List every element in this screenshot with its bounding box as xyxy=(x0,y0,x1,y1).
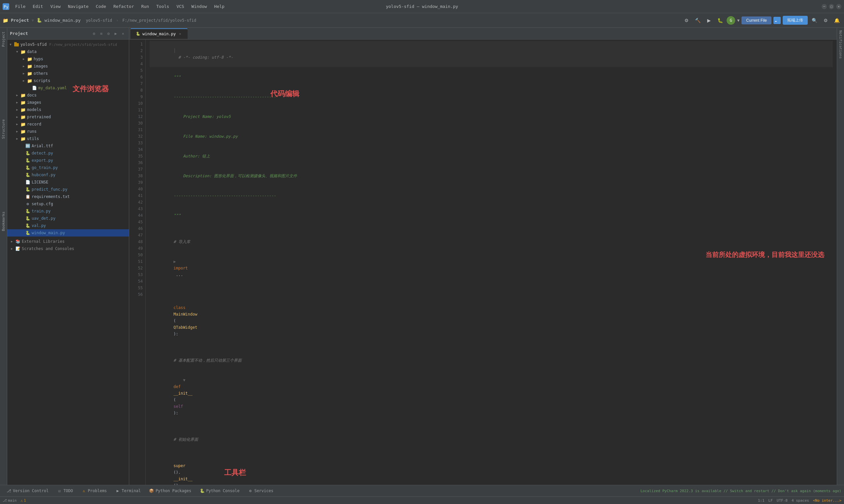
tree-folder-pretrained[interactable]: ▶ 📁 pretrained xyxy=(7,113,129,121)
tab-python-console[interactable]: 🐍 Python Console xyxy=(196,486,243,496)
svg-rect-3 xyxy=(14,43,19,47)
tree-folder-docs[interactable]: ▶ 📁 docs xyxy=(7,92,129,99)
tree-folder-runs[interactable]: ▶ 📁 runs xyxy=(7,128,129,135)
tab-todo[interactable]: ☑ TODO xyxy=(53,486,77,496)
maximize-button[interactable]: □ xyxy=(829,4,834,9)
tree-file-predictfunc[interactable]: ▶ 🐍 predict_func.py xyxy=(7,186,129,193)
tree-folder-images-data[interactable]: ▶ 📁 images xyxy=(7,62,129,70)
tree-folder-hyps[interactable]: ▶ 📁 hyps xyxy=(7,55,129,62)
code-line-35: # 初始化界面 xyxy=(150,423,833,449)
current-file-button[interactable]: Current File xyxy=(741,16,772,24)
tree-root[interactable]: ▼ yolov5-sfid F:/new_project/sfid/yolov5… xyxy=(7,41,129,48)
tab-python-packages[interactable]: 📦 Python Packages xyxy=(145,486,195,496)
menu-code[interactable]: Code xyxy=(93,3,109,10)
tab-python-console-label: Python Console xyxy=(206,488,239,493)
python-interpreter[interactable]: <No inter...> xyxy=(813,499,841,503)
code-editor[interactable]: │ # -*- coding: utf-8 -*- """ ----------… xyxy=(146,39,837,485)
minimize-button[interactable]: ─ xyxy=(822,4,827,9)
settings-button[interactable]: ⚙ xyxy=(821,16,830,25)
file-export-icon: 🐍 xyxy=(25,158,30,163)
project-header-actions: ⚙ ≡ ⚙ ▶ ✕ xyxy=(91,30,126,37)
close-button[interactable]: ✕ xyxy=(836,4,841,9)
file-uavdet-icon: 🐍 xyxy=(25,216,30,221)
svg-rect-4 xyxy=(14,42,17,43)
tree-folder-models[interactable]: ▶ 📁 models xyxy=(7,106,129,113)
code-line-34: ▼ def __init__ ( self ): xyxy=(150,370,833,423)
line-num-45: 45 xyxy=(132,219,143,225)
tree-folder-others[interactable]: ▶ 📁 others xyxy=(7,70,129,77)
tab-version-control[interactable]: ⎇ Version Control xyxy=(3,486,52,496)
tree-file-arial[interactable]: ▶ 🔤 Arial.ttf xyxy=(7,142,129,149)
upload-button[interactable]: 拓端上传 xyxy=(783,16,808,25)
notifications-button[interactable]: 🔔 xyxy=(832,16,841,25)
project-hide-icon[interactable]: ✕ xyxy=(120,30,126,37)
tree-file-gotrain[interactable]: ▶ 🐍 go_train.py xyxy=(7,164,129,171)
bookmarks-sidebar-label[interactable]: Bookmarks xyxy=(1,209,6,234)
tree-file-setup[interactable]: ▶ ⚙ setup.cfg xyxy=(7,200,129,208)
menu-navigate[interactable]: Navigate xyxy=(65,3,92,10)
file-setup-name: setup.cfg xyxy=(32,202,53,206)
user-avatar[interactable]: G xyxy=(727,16,735,25)
notifications-label[interactable]: Notifications xyxy=(839,30,843,59)
tree-file-val[interactable]: ▶ 🐍 val.py xyxy=(7,222,129,229)
tree-folder-record[interactable]: ▶ 📁 record xyxy=(7,121,129,128)
tab-window-main[interactable]: 🐍 window_main.py ✕ xyxy=(131,28,188,39)
project-settings-icon[interactable]: ⚙ xyxy=(105,30,112,37)
code-line-2: """ xyxy=(150,67,833,87)
file-windowmain-name: window_main.py xyxy=(32,231,65,235)
project-sidebar-label[interactable]: Project xyxy=(1,29,6,49)
tree-file-uavdet[interactable]: ▶ 🐍 uav_det.py xyxy=(7,215,129,222)
file-export-name: export.py xyxy=(32,158,53,163)
menu-edit[interactable]: Edit xyxy=(29,3,46,10)
tree-folder-utils[interactable]: ▶ 📁 utils xyxy=(7,135,129,142)
project-path: yolov5-sfid xyxy=(86,18,112,23)
tree-file-windowmain[interactable]: ▶ 🐍 window_main.py xyxy=(7,229,129,236)
menu-window[interactable]: Window xyxy=(188,3,210,10)
line-num-32: 32 xyxy=(132,133,143,140)
line-num-49: 49 xyxy=(132,245,143,252)
tab-close-btn[interactable]: ✕ xyxy=(178,32,182,36)
project-gear-icon[interactable]: ▶ xyxy=(113,30,119,37)
line-num-36: 36 xyxy=(132,159,143,166)
tree-file-yaml[interactable]: ▶ 📄 my_data.yaml xyxy=(7,84,129,92)
toolbar-icon-3[interactable]: ▶ xyxy=(704,16,713,25)
tree-folder-scripts[interactable]: ▶ 📁 scripts xyxy=(7,77,129,84)
external-libraries-label: External Libraries xyxy=(22,239,65,244)
tree-file-detect[interactable]: ▶ 🐍 detect.py xyxy=(7,149,129,157)
menu-tools[interactable]: Tools xyxy=(153,3,172,10)
tree-file-license[interactable]: ▶ 📄 LICENSE xyxy=(7,179,129,186)
file-arial-name: Arial.ttf xyxy=(32,144,53,148)
tree-file-export[interactable]: ▶ 🐍 export.py xyxy=(7,157,129,164)
root-icon xyxy=(14,42,19,47)
toolbar-icon-4[interactable]: 🐛 xyxy=(716,16,725,25)
toolbar-icon-1[interactable]: ⚙ xyxy=(682,16,691,25)
tab-services[interactable]: ⚙ Services xyxy=(244,486,277,496)
tree-external-libraries[interactable]: ▶ 📚 External Libraries xyxy=(7,238,129,245)
menu-run[interactable]: Run xyxy=(138,3,152,10)
menu-help[interactable]: Help xyxy=(211,3,228,10)
folder-data-name: data xyxy=(27,49,37,54)
menu-refactor[interactable]: Refactor xyxy=(110,3,137,10)
search-button[interactable]: 🔍 xyxy=(810,16,819,25)
menu-file[interactable]: File xyxy=(12,3,29,10)
line-num-35: 35 xyxy=(132,153,143,159)
project-collapse-icon[interactable]: ≡ xyxy=(98,30,104,37)
tree-file-train[interactable]: ▶ 🐍 train.py xyxy=(7,208,129,215)
menu-view[interactable]: View xyxy=(47,3,64,10)
tab-terminal[interactable]: ▶ Terminal xyxy=(111,486,145,496)
line-num-3: 3 xyxy=(132,54,143,60)
project-sync-icon[interactable]: ⚙ xyxy=(91,30,97,37)
tab-problems[interactable]: ⚠ Problems xyxy=(77,486,111,496)
tree-file-hubconf[interactable]: ▶ 🐍 hubconf.py xyxy=(7,171,129,179)
menu-vcs[interactable]: VCS xyxy=(173,3,187,10)
structure-sidebar-label[interactable]: Structure xyxy=(1,116,6,142)
tree-folder-images[interactable]: ▶ 📁 images xyxy=(7,99,129,106)
tab-file-icon: 🐍 xyxy=(136,32,140,36)
toolbar-icon-2[interactable]: 🔨 xyxy=(693,16,702,25)
tree-folder-data[interactable]: ▼ 📁 data xyxy=(7,48,129,55)
main-toolbar: 📁 Project ▼ 🐍 window_main.py yolov5-sfid… xyxy=(0,13,844,28)
line-num-8: 8 xyxy=(132,87,143,93)
tree-scratches-consoles[interactable]: ▶ 📝 Scratches and Consoles xyxy=(7,245,129,252)
tree-file-requirements[interactable]: ▶ 📋 requirements.txt xyxy=(7,193,129,200)
python-packages-icon: 📦 xyxy=(149,488,154,493)
